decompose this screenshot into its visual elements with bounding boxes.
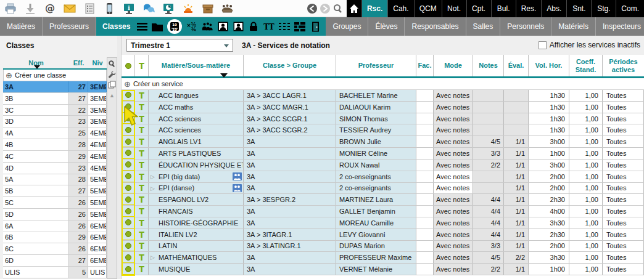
column-header-niv[interactable]: Niv [88,57,107,68]
column-header-periods[interactable]: Périodes actives [603,55,644,76]
tab-personnels[interactable]: Personnels [500,17,551,36]
column-header-eff[interactable]: Eff. [69,57,88,68]
main-tab-com[interactable]: Com. [616,0,644,17]
green-dot-icon[interactable] [125,266,131,272]
column-header-volhor[interactable]: Vol. Hor. [529,55,569,76]
service-type-icon[interactable]: T [139,126,144,134]
green-dot-icon[interactable] [125,254,131,261]
chat-icon[interactable] [142,2,155,15]
service-type-icon[interactable]: T [139,241,144,250]
tab-matieres[interactable]: Matières [0,17,43,36]
main-tab-not[interactable]: Not. [442,0,466,17]
main-tab-abs[interactable]: Abs. [541,0,566,17]
tasks-icon[interactable] [83,2,96,15]
download-icon[interactable] [23,2,36,15]
green-dot-icon[interactable] [125,219,131,225]
main-tab-qcm[interactable]: QCM [414,0,442,17]
service-row[interactable]: TMATHÉMATIQUES▷3APROFESSEUR MaximeAvec n… [122,252,644,264]
service-row[interactable]: TANGLAIS LV13ABROWN JulieAvec notes4/51/… [122,136,644,148]
period-dropdown[interactable]: Trimestre 1 [126,39,233,52]
tab-matriels[interactable]: Matériels [551,17,596,36]
screen-chart-icon[interactable] [162,2,175,15]
service-row[interactable]: TEPI (danse)▷3A2 co-enseignantsAvec note… [122,183,644,195]
class-row-4c[interactable]: 4C294EME [3,151,107,163]
service-type-icon[interactable]: T [139,207,144,216]
service-row[interactable]: TMUSIQUE3AVERNET MélanieAvec notes2/21/1… [122,264,644,275]
create-service-button[interactable]: ⊕ Créer un service [122,78,644,90]
column-header-eval[interactable]: Éval. [504,55,529,76]
class-row-5b[interactable]: 5B275EME [3,185,107,197]
notation-icon[interactable]: 1010 [167,19,182,34]
student-card-icon[interactable] [217,21,228,32]
timetable-icon[interactable] [279,21,290,32]
main-tab-res[interactable]: Res. [516,0,542,17]
service-row[interactable]: TACC maths3A > 3ACC MAGR.1DALIAOUI Karim… [122,102,644,113]
inactive-services-checkbox[interactable] [539,41,547,49]
column-header-group[interactable]: Classe > Groupe [244,55,336,76]
class-row-6d[interactable]: 6D276EME [3,255,107,267]
expand-arrow-icon[interactable]: ▷ [151,174,155,180]
service-type-icon[interactable]: T [139,137,144,146]
folder-icon[interactable] [152,21,163,32]
service-type-icon[interactable]: T [139,253,144,262]
service-row[interactable]: TACC langues3A > 3ACC LAGR.1BACHELET Mar… [122,90,644,102]
service-row[interactable]: TARTS PLASTIQUES3AMONIER CélineAvec note… [122,148,644,160]
class-row-3c[interactable]: 3C223EME [3,105,107,116]
class-row-6b[interactable]: 6B296EME [3,232,107,244]
home-icon[interactable] [347,0,361,17]
service-row[interactable]: TÉDUCATION PHYSIQUE ET S3AROUX NawalAvec… [122,160,644,171]
column-header-service-type[interactable]: T [135,55,149,76]
back-icon[interactable] [307,3,318,14]
coefficients-icon[interactable]: ×½¾ [186,21,197,32]
column-header-mode[interactable]: Mode [434,55,473,76]
green-dot-icon[interactable] [125,115,131,121]
class-row-3a[interactable]: 3A273EME [3,81,107,93]
forward-icon[interactable] [320,3,331,14]
class-row-3d[interactable]: 3D233EME [3,116,107,127]
green-dot-icon[interactable] [125,150,131,156]
class-row-5c[interactable]: 5C265EME [3,197,107,209]
service-row[interactable]: TACC sciences3A > 3ACC SCGR.2TESSIER Aud… [122,124,644,136]
copy-icon[interactable] [107,79,117,90]
wall-grid-icon[interactable] [294,21,305,32]
students-group-icon[interactable] [202,21,213,32]
green-dot-icon[interactable] [125,243,131,249]
service-row[interactable]: TESPAGNOL LV23A > 3ESPGR.2MARTINEZ Laura… [122,194,644,206]
list-icon[interactable] [136,21,147,32]
tab-classes[interactable]: Classes [102,22,130,31]
main-tab-cah[interactable]: Cah. [387,0,413,17]
green-dot-icon[interactable] [125,161,131,168]
green-dot-icon[interactable] [125,139,131,145]
mobile-icon[interactable] [102,2,115,15]
expand-arrow-icon[interactable]: ▷ [151,254,155,261]
search-icon[interactable] [107,59,117,69]
column-header-subject[interactable]: Matière/Sous-matière [149,55,244,76]
green-dot-icon[interactable] [125,92,131,98]
service-type-icon[interactable]: T [139,265,144,273]
class-row-3b[interactable]: 3B273EME [3,93,107,105]
class-row-6c[interactable]: 6C266EME [3,243,107,255]
service-row[interactable]: TEPI (big data)▷3A2 co-enseignantsAvec n… [122,171,644,183]
column-header-active-dot[interactable] [122,55,135,76]
tab-responsables[interactable]: Responsables [405,17,466,36]
class-row-4b[interactable]: 4B284EME [3,139,107,151]
service-type-icon[interactable]: T [139,91,144,100]
tab-groupes[interactable]: Groupes [326,17,368,36]
mail-icon[interactable] [63,2,76,15]
wrench-icon[interactable] [107,69,117,79]
responsable-card-icon[interactable] [233,21,244,32]
main-tab-cpt[interactable]: Cpt. [466,0,491,17]
service-type-icon[interactable]: T [139,195,144,204]
class-row-5d[interactable]: 5D265EME [3,209,107,220]
green-dot-icon[interactable] [125,231,131,237]
column-header-teacher[interactable]: Professeur [336,55,416,76]
create-class-button[interactable]: ⊕ Créer une classe [3,70,107,81]
service-type-icon[interactable]: T [139,161,144,169]
green-dot-icon[interactable] [125,208,131,214]
class-row-5a[interactable]: 5A285EME [3,174,107,186]
main-tab-snt[interactable]: Snt. [566,0,591,17]
service-row[interactable]: TITALIEN LV23A > 3ITAGR.1LEVY GiovanniAv… [122,229,644,241]
service-type-icon[interactable]: T [139,184,144,192]
service-type-icon[interactable]: T [139,219,144,227]
door-icon[interactable] [310,21,321,32]
